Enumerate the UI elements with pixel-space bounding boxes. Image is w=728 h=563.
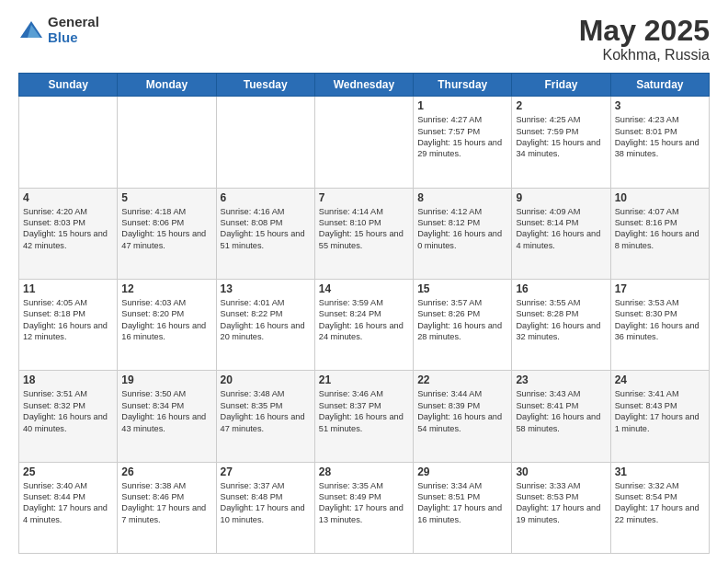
day-number: 15 — [417, 282, 507, 295]
title-month: May 2025 — [579, 15, 710, 47]
logo-general-text: General — [48, 15, 99, 30]
table-row: 21Sunrise: 3:46 AM Sunset: 8:37 PM Dayli… — [314, 371, 413, 462]
cell-content: Sunrise: 4:07 AM Sunset: 8:16 PM Dayligh… — [615, 206, 705, 252]
day-number: 9 — [516, 191, 606, 204]
cell-content: Sunrise: 3:43 AM Sunset: 8:41 PM Dayligh… — [516, 388, 606, 434]
header-tuesday: Tuesday — [216, 74, 314, 97]
calendar-week-2: 4Sunrise: 4:20 AM Sunset: 8:03 PM Daylig… — [19, 188, 710, 279]
header-thursday: Thursday — [414, 74, 512, 97]
cell-content: Sunrise: 3:44 AM Sunset: 8:39 PM Dayligh… — [417, 388, 507, 434]
day-number: 29 — [417, 465, 507, 478]
day-number: 14 — [319, 282, 409, 295]
day-number: 30 — [516, 465, 606, 478]
title-location: Kokhma, Russia — [579, 47, 710, 63]
header-saturday: Saturday — [610, 74, 709, 97]
header-friday: Friday — [512, 74, 610, 97]
day-number: 16 — [516, 282, 606, 295]
day-number: 5 — [121, 191, 211, 204]
cell-content: Sunrise: 3:57 AM Sunset: 8:26 PM Dayligh… — [417, 297, 507, 343]
table-row: 9Sunrise: 4:09 AM Sunset: 8:14 PM Daylig… — [512, 188, 610, 279]
table-row: 2Sunrise: 4:25 AM Sunset: 7:59 PM Daylig… — [512, 97, 610, 188]
day-number: 21 — [319, 373, 409, 386]
day-number: 4 — [23, 191, 113, 204]
table-row: 12Sunrise: 4:03 AM Sunset: 8:20 PM Dayli… — [118, 279, 216, 370]
cell-content: Sunrise: 4:18 AM Sunset: 8:06 PM Dayligh… — [121, 206, 211, 252]
day-number: 24 — [615, 373, 705, 386]
header-sunday: Sunday — [19, 74, 118, 97]
cell-content: Sunrise: 3:33 AM Sunset: 8:53 PM Dayligh… — [516, 480, 606, 526]
cell-content: Sunrise: 4:12 AM Sunset: 8:12 PM Dayligh… — [417, 206, 507, 252]
cell-content: Sunrise: 4:27 AM Sunset: 7:57 PM Dayligh… — [417, 114, 507, 160]
day-number: 10 — [615, 191, 705, 204]
day-number: 26 — [121, 465, 211, 478]
table-row: 11Sunrise: 4:05 AM Sunset: 8:18 PM Dayli… — [19, 279, 118, 370]
cell-content: Sunrise: 3:34 AM Sunset: 8:51 PM Dayligh… — [417, 480, 507, 526]
table-row: 18Sunrise: 3:51 AM Sunset: 8:32 PM Dayli… — [19, 371, 118, 462]
cell-content: Sunrise: 4:25 AM Sunset: 7:59 PM Dayligh… — [516, 114, 606, 160]
table-row: 10Sunrise: 4:07 AM Sunset: 8:16 PM Dayli… — [610, 188, 709, 279]
table-row: 16Sunrise: 3:55 AM Sunset: 8:28 PM Dayli… — [512, 279, 610, 370]
day-number: 17 — [615, 282, 705, 295]
title-block: May 2025 Kokhma, Russia — [579, 15, 710, 63]
day-number: 13 — [221, 282, 311, 295]
cell-content: Sunrise: 3:50 AM Sunset: 8:34 PM Dayligh… — [121, 388, 211, 434]
cell-content: Sunrise: 3:37 AM Sunset: 8:48 PM Dayligh… — [221, 480, 311, 526]
logo: General Blue — [18, 15, 99, 45]
calendar-header-row: Sunday Monday Tuesday Wednesday Thursday… — [19, 74, 710, 97]
table-row: 27Sunrise: 3:37 AM Sunset: 8:48 PM Dayli… — [216, 462, 314, 553]
cell-content: Sunrise: 3:55 AM Sunset: 8:28 PM Dayligh… — [516, 297, 606, 343]
day-number: 3 — [615, 99, 705, 112]
header-wednesday: Wednesday — [314, 74, 413, 97]
cell-content: Sunrise: 3:41 AM Sunset: 8:43 PM Dayligh… — [615, 388, 705, 434]
page: General Blue May 2025 Kokhma, Russia Sun… — [0, 0, 728, 563]
table-row: 28Sunrise: 3:35 AM Sunset: 8:49 PM Dayli… — [314, 462, 413, 553]
cell-content: Sunrise: 4:14 AM Sunset: 8:10 PM Dayligh… — [319, 206, 409, 252]
table-row: 17Sunrise: 3:53 AM Sunset: 8:30 PM Dayli… — [610, 279, 709, 370]
table-row — [19, 97, 118, 188]
header: General Blue May 2025 Kokhma, Russia — [18, 15, 710, 63]
logo-text: General Blue — [48, 15, 99, 45]
day-number: 6 — [221, 191, 311, 204]
day-number: 22 — [417, 373, 507, 386]
table-row: 13Sunrise: 4:01 AM Sunset: 8:22 PM Dayli… — [216, 279, 314, 370]
cell-content: Sunrise: 3:51 AM Sunset: 8:32 PM Dayligh… — [23, 388, 113, 434]
logo-icon — [18, 17, 44, 43]
table-row: 20Sunrise: 3:48 AM Sunset: 8:35 PM Dayli… — [216, 371, 314, 462]
table-row: 5Sunrise: 4:18 AM Sunset: 8:06 PM Daylig… — [118, 188, 216, 279]
cell-content: Sunrise: 3:53 AM Sunset: 8:30 PM Dayligh… — [615, 297, 705, 343]
calendar-week-4: 18Sunrise: 3:51 AM Sunset: 8:32 PM Dayli… — [19, 371, 710, 462]
day-number: 25 — [23, 465, 113, 478]
cell-content: Sunrise: 3:38 AM Sunset: 8:46 PM Dayligh… — [121, 480, 211, 526]
day-number: 7 — [319, 191, 409, 204]
table-row: 30Sunrise: 3:33 AM Sunset: 8:53 PM Dayli… — [512, 462, 610, 553]
cell-content: Sunrise: 4:05 AM Sunset: 8:18 PM Dayligh… — [23, 297, 113, 343]
day-number: 18 — [23, 373, 113, 386]
day-number: 12 — [121, 282, 211, 295]
calendar-table: Sunday Monday Tuesday Wednesday Thursday… — [18, 73, 710, 554]
logo-blue-text: Blue — [48, 30, 99, 46]
day-number: 31 — [615, 465, 705, 478]
cell-content: Sunrise: 3:32 AM Sunset: 8:54 PM Dayligh… — [615, 480, 705, 526]
table-row: 26Sunrise: 3:38 AM Sunset: 8:46 PM Dayli… — [118, 462, 216, 553]
calendar-week-3: 11Sunrise: 4:05 AM Sunset: 8:18 PM Dayli… — [19, 279, 710, 370]
cell-content: Sunrise: 3:59 AM Sunset: 8:24 PM Dayligh… — [319, 297, 409, 343]
cell-content: Sunrise: 4:20 AM Sunset: 8:03 PM Dayligh… — [23, 206, 113, 252]
cell-content: Sunrise: 3:40 AM Sunset: 8:44 PM Dayligh… — [23, 480, 113, 526]
table-row — [118, 97, 216, 188]
day-number: 19 — [121, 373, 211, 386]
table-row: 3Sunrise: 4:23 AM Sunset: 8:01 PM Daylig… — [610, 97, 709, 188]
cell-content: Sunrise: 3:46 AM Sunset: 8:37 PM Dayligh… — [319, 388, 409, 434]
day-number: 1 — [417, 99, 507, 112]
cell-content: Sunrise: 3:35 AM Sunset: 8:49 PM Dayligh… — [319, 480, 409, 526]
table-row: 1Sunrise: 4:27 AM Sunset: 7:57 PM Daylig… — [414, 97, 512, 188]
day-number: 28 — [319, 465, 409, 478]
table-row: 31Sunrise: 3:32 AM Sunset: 8:54 PM Dayli… — [610, 462, 709, 553]
table-row: 7Sunrise: 4:14 AM Sunset: 8:10 PM Daylig… — [314, 188, 413, 279]
cell-content: Sunrise: 4:09 AM Sunset: 8:14 PM Dayligh… — [516, 206, 606, 252]
cell-content: Sunrise: 3:48 AM Sunset: 8:35 PM Dayligh… — [221, 388, 311, 434]
cell-content: Sunrise: 4:16 AM Sunset: 8:08 PM Dayligh… — [221, 206, 311, 252]
cell-content: Sunrise: 4:03 AM Sunset: 8:20 PM Dayligh… — [121, 297, 211, 343]
table-row: 6Sunrise: 4:16 AM Sunset: 8:08 PM Daylig… — [216, 188, 314, 279]
table-row: 24Sunrise: 3:41 AM Sunset: 8:43 PM Dayli… — [610, 371, 709, 462]
day-number: 27 — [221, 465, 311, 478]
